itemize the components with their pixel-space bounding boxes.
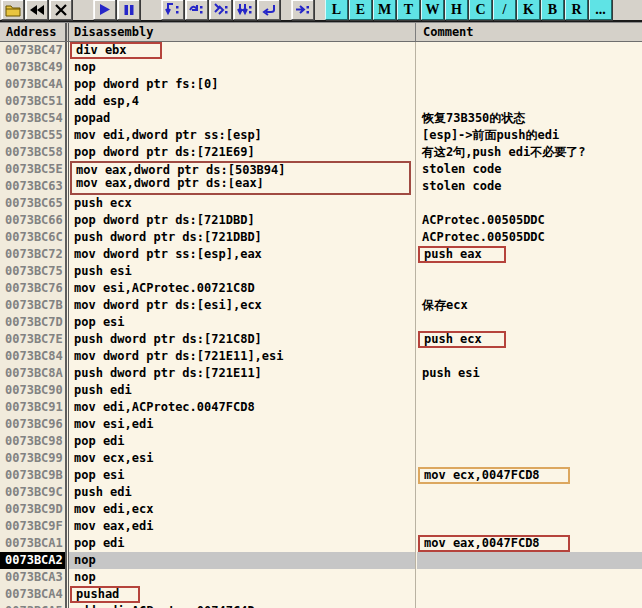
disassembly-row[interactable]: 0073BCA4pushad — [0, 586, 642, 603]
address-cell: 0073BC7B — [0, 297, 65, 314]
disassembly-row[interactable]: 0073BC51add esp,4 — [0, 93, 642, 110]
pause-button[interactable] — [117, 0, 140, 20]
disassembly-row[interactable]: 0073BC47div ebx — [0, 42, 642, 59]
instruction-cell: pushad — [69, 586, 415, 603]
disassembly-row[interactable]: 0073BCA3nop — [0, 569, 642, 586]
column-header-row: Address Disassembly Comment — [0, 22, 642, 42]
instruction-cell: push esi — [69, 263, 415, 280]
instruction-cell: mov edi,dword ptr ss:[esp] — [69, 127, 415, 144]
address-cell: 0073BC9B — [0, 467, 65, 484]
disassembly-row[interactable]: 0073BC9Dmov edi,ecx — [0, 501, 642, 518]
open-file-button[interactable] — [1, 0, 24, 20]
address-cell: 0073BC58 — [0, 144, 65, 161]
disassembly-row[interactable]: 0073BC96mov esi,edi — [0, 416, 642, 433]
disassembly-row[interactable]: 0073BC7Dpop esi — [0, 314, 642, 331]
address-cell: 0073BC91 — [0, 399, 65, 416]
disassembly-row[interactable]: 0073BC99mov ecx,esi — [0, 450, 642, 467]
window-button-more[interactable]: ... — [589, 0, 612, 20]
comment-cell: mov eax,0047FCD8 — [417, 535, 642, 552]
disassembly-row[interactable]: 0073BC9Fmov eax,edi — [0, 518, 642, 535]
open-folder-icon — [5, 3, 21, 17]
restart-button[interactable] — [25, 0, 48, 20]
address-cell: 0073BC47 — [0, 42, 65, 59]
comment-cell — [417, 484, 642, 501]
disassembly-row[interactable]: 0073BC76mov esi,ACProtec.00721C8D — [0, 280, 642, 297]
disassembly-row[interactable]: 0073BC90push edi — [0, 382, 642, 399]
step-over-button[interactable] — [185, 0, 208, 20]
column-header-comment: Comment — [417, 23, 642, 41]
comment-cell — [417, 93, 642, 110]
address-cell: 0073BC9D — [0, 501, 65, 518]
window-button-M[interactable]: M — [373, 0, 396, 20]
disassembly-row[interactable]: 0073BC4Apop dword ptr fs:[0] — [0, 76, 642, 93]
close-button[interactable] — [49, 0, 72, 20]
comment-cell — [417, 399, 642, 416]
window-button-E[interactable]: E — [349, 0, 372, 20]
window-button-L[interactable]: L — [325, 0, 348, 20]
disassembly-row[interactable]: 0073BC6Cpush dword ptr ds:[721DBD]ACProt… — [0, 229, 642, 246]
disassembly-row[interactable]: 0073BC84mov dword ptr ds:[721E11],esi — [0, 348, 642, 365]
address-cell: 0073BCA2 — [0, 552, 65, 569]
address-cell: 0073BC4A — [0, 76, 65, 93]
window-button-slash[interactable]: / — [493, 0, 516, 20]
comment-cell — [417, 518, 642, 535]
disassembly-row[interactable]: 0073BC72mov dword ptr ss:[esp],eaxpush e… — [0, 246, 642, 263]
go-to-button[interactable] — [291, 0, 314, 20]
window-button-W[interactable]: W — [421, 0, 444, 20]
instruction-cell: pop dword ptr ds:[721E69] — [69, 144, 415, 161]
comment-cell: stolen code — [417, 161, 642, 178]
comment-cell — [417, 433, 642, 450]
instruction-cell: mov ecx,esi — [69, 450, 415, 467]
window-button-R[interactable]: R — [565, 0, 588, 20]
pause-icon — [123, 4, 135, 16]
instruction-cell: pop esi — [69, 467, 415, 484]
comment-cell — [417, 569, 642, 586]
disassembly-row[interactable]: 0073BCA5add edi,ACProtec.00747C4D — [0, 603, 642, 608]
disassembly-row[interactable]: 0073BC63mov eax,dword ptr ds:[eax]stolen… — [0, 178, 642, 195]
comment-cell — [417, 586, 642, 603]
animate-into-button[interactable] — [209, 0, 232, 20]
animate-over-icon — [237, 3, 252, 16]
animate-over-button[interactable] — [233, 0, 256, 20]
disassembly-row[interactable]: 0073BC75push esi — [0, 263, 642, 280]
comment-cell: push esi — [417, 365, 642, 382]
disassembly-row[interactable]: 0073BC49nop — [0, 59, 642, 76]
comment-cell: 恢复73B350的状态 — [417, 110, 642, 127]
comment-annotation-box: mov eax,0047FCD8 — [418, 535, 570, 552]
disassembly-row[interactable]: 0073BCA2nop — [0, 552, 642, 569]
execute-till-return-button[interactable] — [257, 0, 280, 20]
disassembly-row[interactable]: 0073BC54popad恢复73B350的状态 — [0, 110, 642, 127]
address-cell: 0073BC9C — [0, 484, 65, 501]
disassembly-row[interactable]: 0073BC55mov edi,dword ptr ss:[esp][esp]-… — [0, 127, 642, 144]
disassembly-row[interactable]: 0073BC91mov edi,ACProtec.0047FCD8 — [0, 399, 642, 416]
comment-cell: [esp]->前面push的edi — [417, 127, 642, 144]
window-button-B[interactable]: B — [541, 0, 564, 20]
window-button-H[interactable]: H — [445, 0, 468, 20]
disassembly-row[interactable]: 0073BC58pop dword ptr ds:[721E69]有这2句,pu… — [0, 144, 642, 161]
instruction-cell: pop edi — [69, 535, 415, 552]
instruction-cell: push dword ptr ds:[721DBD] — [69, 229, 415, 246]
comment-cell: push ecx — [417, 331, 642, 348]
disassembly-row[interactable]: 0073BC9Bpop esimov ecx,0047FCD8 — [0, 467, 642, 484]
disassembly-row[interactable]: 0073BC9Cpush edi — [0, 484, 642, 501]
address-cell: 0073BC8A — [0, 365, 65, 382]
window-button-K[interactable]: K — [517, 0, 540, 20]
comment-cell: push eax — [417, 246, 642, 263]
disassembly-row[interactable]: 0073BC98pop edi — [0, 433, 642, 450]
disassembly-table-body: 0073BC47div ebx0073BC49nop0073BC4Apop dw… — [0, 42, 642, 608]
run-button[interactable] — [93, 0, 116, 20]
window-button-C[interactable]: C — [469, 0, 492, 20]
disassembly-row[interactable]: 0073BCA1pop edimov eax,0047FCD8 — [0, 535, 642, 552]
disassembly-row[interactable]: 0073BC66pop dword ptr ds:[721DBD]ACProte… — [0, 212, 642, 229]
instruction-cell: mov dword ptr ds:[721E11],esi — [69, 348, 415, 365]
disassembly-row[interactable]: 0073BC5Emov eax,dword ptr ds:[503B94]sto… — [0, 161, 642, 178]
disassembly-row[interactable]: 0073BC8Apush dword ptr ds:[721E11]push e… — [0, 365, 642, 382]
window-button-T[interactable]: T — [397, 0, 420, 20]
disassembly-row[interactable]: 0073BC7Bmov dword ptr ds:[esi],ecx保存ecx — [0, 297, 642, 314]
disassembly-row[interactable]: 0073BC65push ecx — [0, 195, 642, 212]
comment-cell: ACProtec.00505DDC — [417, 229, 642, 246]
step-into-button[interactable] — [161, 0, 184, 20]
comment-cell: stolen code — [417, 178, 642, 195]
disassembly-row[interactable]: 0073BC7Epush dword ptr ds:[721C8D]push e… — [0, 331, 642, 348]
address-cell: 0073BC96 — [0, 416, 65, 433]
